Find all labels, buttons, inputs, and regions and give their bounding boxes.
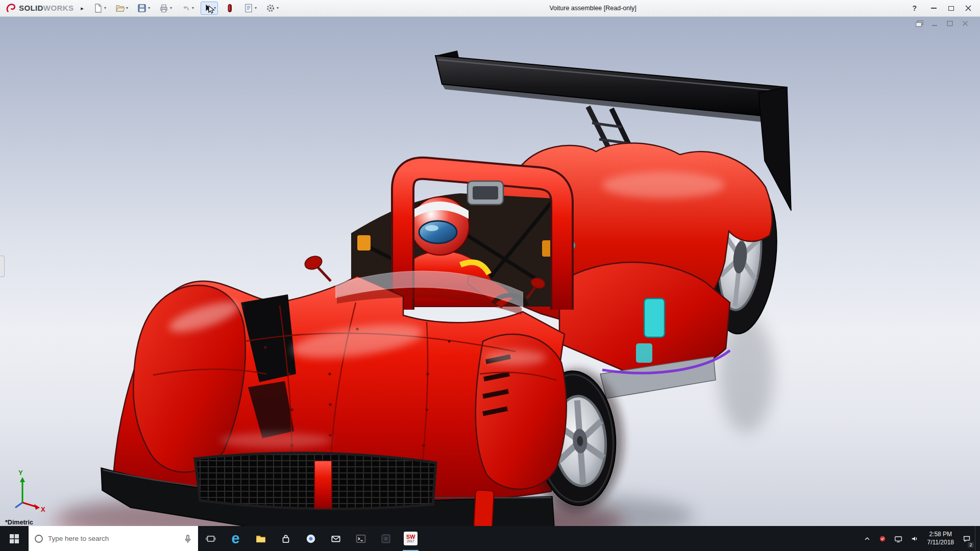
clock-time: 2:58 PM bbox=[929, 531, 952, 539]
document-float-button[interactable] bbox=[915, 19, 924, 28]
new-document-button[interactable]: ▾ bbox=[91, 2, 108, 15]
taskbar-app-command-prompt[interactable] bbox=[348, 526, 373, 551]
save-icon bbox=[137, 3, 147, 13]
tow-hook bbox=[474, 490, 494, 526]
browser-circle-icon bbox=[305, 533, 316, 544]
dropdown-arrow-icon[interactable]: ▾ bbox=[148, 6, 150, 10]
search-box[interactable] bbox=[29, 526, 198, 551]
ds-logo-icon bbox=[5, 3, 16, 14]
document-window-controls bbox=[915, 19, 970, 28]
rebuild-button[interactable] bbox=[223, 2, 237, 15]
dropdown-arrow-icon[interactable]: ▾ bbox=[277, 6, 279, 10]
gear-icon bbox=[265, 3, 276, 13]
dropdown-arrow-icon[interactable]: ▾ bbox=[126, 6, 128, 10]
taskbar-app-mail[interactable] bbox=[323, 526, 348, 551]
select-tool-button[interactable]: ▾ bbox=[201, 2, 218, 15]
task-view-icon bbox=[206, 534, 216, 544]
solidworks-app-icon: SW 2017 bbox=[404, 532, 418, 545]
help-button[interactable]: ? bbox=[904, 4, 925, 12]
taskbar-clock[interactable]: 2:58 PM 7/11/2018 bbox=[923, 531, 959, 546]
titlebar: SOLIDWORKS ▸ ▾ ▾ ▾ bbox=[0, 0, 980, 17]
taskbar-app-file-explorer[interactable] bbox=[248, 526, 273, 551]
view-orientation-label: *Dimetric bbox=[5, 519, 33, 526]
system-tray: 2:58 PM 7/11/2018 2 bbox=[860, 526, 980, 551]
window-controls: ? bbox=[904, 0, 977, 17]
undo-icon bbox=[181, 3, 191, 13]
clock-date: 7/11/2018 bbox=[927, 539, 954, 547]
close-button[interactable] bbox=[960, 0, 977, 17]
mail-icon bbox=[330, 533, 341, 544]
search-input[interactable] bbox=[48, 535, 179, 542]
triad-y-label: Y bbox=[18, 469, 23, 477]
notification-badge: 2 bbox=[968, 542, 974, 548]
deck-highlight bbox=[602, 172, 725, 198]
taskbar-app-edge[interactable]: e bbox=[223, 526, 248, 551]
brand-bold: SOLID bbox=[19, 4, 43, 12]
left-mirror bbox=[303, 254, 331, 281]
file-properties-button[interactable]: ▾ bbox=[241, 2, 259, 15]
brand-light: WORKS bbox=[43, 4, 74, 12]
close-icon bbox=[965, 5, 971, 11]
show-desktop-button[interactable] bbox=[975, 526, 980, 551]
triad-x-label: X bbox=[41, 506, 45, 513]
file-explorer-icon bbox=[255, 533, 267, 545]
helmet-visor bbox=[419, 221, 457, 243]
action-center-button[interactable]: 2 bbox=[959, 526, 975, 551]
quick-access-toolbar: ▾ ▾ ▾ ▾ ▾ bbox=[91, 2, 281, 15]
document-restore-button[interactable] bbox=[945, 19, 954, 28]
document-close-button[interactable] bbox=[961, 19, 970, 28]
undo-button[interactable]: ▾ bbox=[179, 2, 196, 15]
print-icon bbox=[159, 3, 169, 13]
dropdown-arrow-icon[interactable]: ▾ bbox=[192, 6, 194, 10]
cortana-icon bbox=[34, 534, 44, 544]
open-button[interactable]: ▾ bbox=[113, 2, 130, 15]
taskbar-app-dark[interactable] bbox=[373, 526, 398, 551]
microphone-icon[interactable] bbox=[183, 534, 193, 544]
taskbar-app-browser[interactable] bbox=[298, 526, 323, 551]
minimize-button[interactable] bbox=[925, 0, 942, 17]
windows-logo-icon bbox=[10, 534, 19, 543]
toolbar-expand-arrow[interactable]: ▸ bbox=[81, 5, 84, 12]
save-button[interactable]: ▾ bbox=[135, 2, 152, 15]
select-cursor-icon bbox=[203, 3, 213, 13]
rebuild-icon bbox=[225, 3, 235, 13]
open-folder-icon bbox=[115, 3, 125, 13]
hidden-icons-button[interactable] bbox=[860, 526, 875, 551]
document-title: Voiture assemblee [Read-only] bbox=[549, 5, 636, 12]
feature-manager-collapsed-tab[interactable] bbox=[0, 256, 5, 277]
taskbar-app-solidworks[interactable]: SW 2017 bbox=[398, 526, 423, 551]
dropdown-arrow-icon[interactable]: ▾ bbox=[255, 6, 257, 10]
task-view-button[interactable] bbox=[198, 526, 223, 551]
dark-app-icon bbox=[380, 533, 392, 545]
document-minimize-button[interactable] bbox=[930, 19, 939, 28]
start-button[interactable] bbox=[0, 526, 29, 551]
dropdown-arrow-icon[interactable]: ▾ bbox=[170, 6, 172, 10]
maximize-button[interactable] bbox=[942, 0, 960, 17]
store-bag-icon bbox=[280, 533, 291, 544]
solidworks-logo: SOLIDWORKS bbox=[5, 3, 74, 14]
dropdown-arrow-icon[interactable]: ▾ bbox=[104, 6, 106, 10]
chevron-up-icon bbox=[863, 535, 871, 543]
3d-model-view[interactable]: Y X bbox=[0, 17, 980, 526]
brand-text: SOLIDWORKS bbox=[19, 4, 74, 13]
graphics-viewport[interactable]: Y X *Dimetric bbox=[0, 17, 980, 526]
network-icon[interactable] bbox=[890, 526, 906, 551]
taskbar-app-store[interactable] bbox=[273, 526, 298, 551]
file-properties-icon bbox=[243, 3, 254, 13]
new-document-icon bbox=[93, 3, 103, 13]
tray-security-icon[interactable] bbox=[875, 526, 890, 551]
volume-icon[interactable] bbox=[906, 526, 923, 551]
print-button[interactable]: ▾ bbox=[157, 2, 174, 15]
command-prompt-icon bbox=[355, 533, 367, 545]
options-button[interactable]: ▾ bbox=[263, 2, 281, 15]
orientation-triad: Y X bbox=[15, 469, 45, 513]
dropdown-arrow-icon[interactable]: ▾ bbox=[214, 6, 216, 10]
taskbar: e SW bbox=[0, 526, 980, 551]
edge-icon: e bbox=[231, 531, 239, 546]
